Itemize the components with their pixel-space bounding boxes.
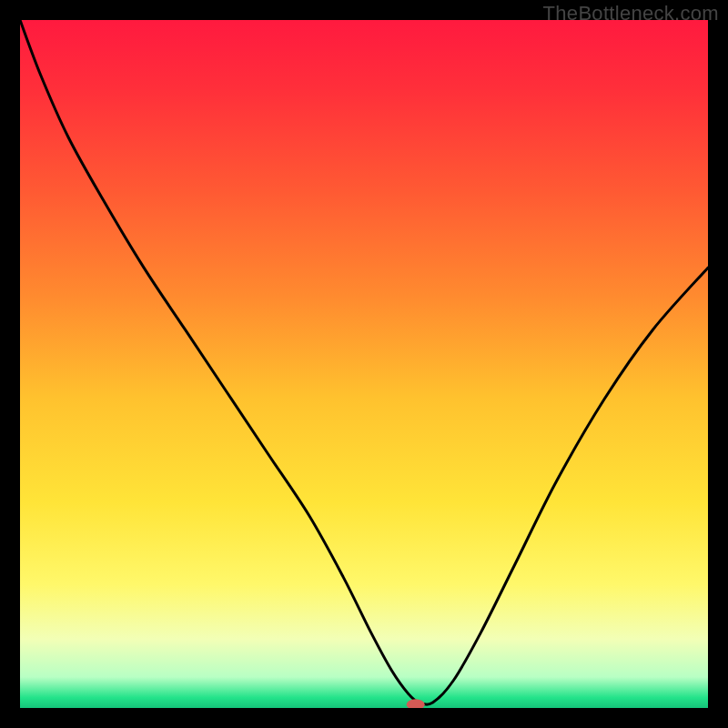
gradient-background bbox=[20, 20, 708, 708]
plot-svg bbox=[20, 20, 708, 708]
plot-frame bbox=[20, 20, 708, 708]
chart-stage: TheBottleneck.com bbox=[0, 0, 728, 728]
